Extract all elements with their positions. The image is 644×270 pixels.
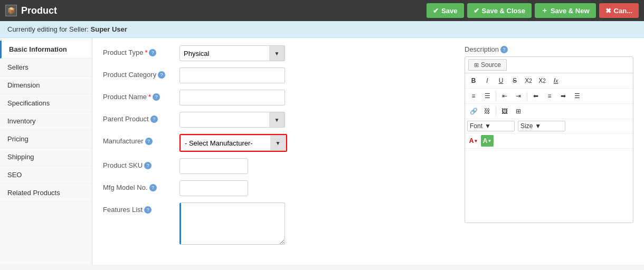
save-button[interactable]: ✔ Save xyxy=(427,3,463,18)
save-close-button[interactable]: ✔ Save & Close xyxy=(467,3,532,18)
save-new-button[interactable]: ＋ Save & New xyxy=(535,3,596,18)
italic-button[interactable]: I xyxy=(481,75,494,86)
cancel-icon: ✖ xyxy=(605,7,611,15)
subscript-button[interactable]: X2 xyxy=(522,75,535,86)
product-name-label: Product Name * ? xyxy=(103,90,179,101)
mfg-model-help-icon[interactable]: ? xyxy=(149,184,157,191)
unlink-button[interactable]: ⛓ xyxy=(481,105,494,117)
product-category-row: Product Category ? xyxy=(103,68,454,83)
parent-product-select[interactable] xyxy=(179,112,285,128)
seller-name: Super User xyxy=(91,25,127,33)
sidebar: Basic Information Sellers Dimension Spec… xyxy=(0,38,92,265)
mfg-model-label: Mfg Model No. ? xyxy=(103,180,179,191)
features-list-textarea[interactable] xyxy=(179,202,285,245)
product-name-input[interactable] xyxy=(179,90,285,105)
main-layout: Basic Information Sellers Dimension Spec… xyxy=(0,38,644,265)
features-list-row: Features List ? xyxy=(103,202,454,245)
rte-toolbar-row-4: Font ▼ Size ▼ xyxy=(465,119,633,133)
editing-banner: Currently editing for Seller: Super User xyxy=(0,21,644,38)
features-list-label: Features List ? xyxy=(103,202,179,214)
product-type-select-wrap: Physical Digital Virtual ▼ xyxy=(179,45,285,61)
clear-format-button[interactable]: Ix xyxy=(550,75,562,86)
align-left-button[interactable]: ⬅ xyxy=(529,90,542,102)
save-close-icon: ✔ xyxy=(473,7,479,15)
cancel-button[interactable]: ✖ Can... xyxy=(599,3,639,18)
strikethrough-button[interactable]: S xyxy=(508,75,521,86)
product-sku-label: Product SKU ? xyxy=(103,158,179,169)
product-type-label: Product Type * ? xyxy=(103,45,179,56)
form-left: Product Type * ? Physical Digital Virtua… xyxy=(103,45,454,251)
source-icon: ⊞ xyxy=(474,62,479,69)
product-category-help-icon[interactable]: ? xyxy=(158,71,165,79)
bg-color-button[interactable]: A▼ xyxy=(481,135,494,147)
image-button[interactable]: 🖼 xyxy=(498,105,511,117)
rich-text-editor: ⊞ Source B I U S X2 X2 Ix xyxy=(465,56,633,223)
parent-product-select-wrap: ▼ xyxy=(179,112,285,128)
rte-sep-3 xyxy=(496,107,496,116)
indent-increase-button[interactable]: ⇥ xyxy=(512,90,525,102)
page-title: Product xyxy=(21,5,57,16)
rte-tab-bar: ⊞ Source xyxy=(465,57,633,73)
align-right-button[interactable]: ➡ xyxy=(557,90,570,102)
ordered-list-button[interactable]: ≡ xyxy=(467,90,480,102)
rte-toolbar-row-3: 🔗 ⛓ 🖼 ⊞ xyxy=(465,104,633,119)
product-type-select[interactable]: Physical Digital Virtual xyxy=(179,45,285,61)
product-sku-row: Product SKU ? xyxy=(103,158,454,174)
table-button[interactable]: ⊞ xyxy=(512,105,525,117)
size-select[interactable]: Size ▼ xyxy=(518,121,565,131)
product-name-row: Product Name * ? xyxy=(103,90,454,105)
rte-toolbar-row-2: ≡ ☰ ⇤ ⇥ ⬅ ≡ ➡ ☰ xyxy=(465,89,633,104)
product-category-input[interactable] xyxy=(179,68,285,83)
sidebar-item-sellers[interactable]: Sellers xyxy=(0,59,92,76)
mfg-model-input[interactable] xyxy=(179,180,248,196)
rte-toolbar-row-1: B I U S X2 X2 Ix xyxy=(465,73,633,89)
header-buttons: ✔ Save ✔ Save & Close ＋ Save & New ✖ Can… xyxy=(427,3,639,18)
parent-product-label: Parent Product ? xyxy=(103,112,179,123)
manufacturer-help-icon[interactable]: ? xyxy=(145,138,153,145)
sidebar-item-dimension[interactable]: Dimension xyxy=(0,76,92,94)
manufacturer-select-wrap: - Select Manufacturer- ▼ xyxy=(181,135,286,151)
parent-product-row: Parent Product ? ▼ xyxy=(103,112,454,128)
header-title-group: 📦 Product xyxy=(5,5,57,16)
sidebar-item-pricing[interactable]: Pricing xyxy=(0,130,92,148)
manufacturer-select[interactable]: - Select Manufacturer- xyxy=(181,135,286,151)
manufacturer-highlight-border: - Select Manufacturer- ▼ xyxy=(179,134,287,152)
sidebar-item-shipping[interactable]: Shipping xyxy=(0,148,92,166)
manufacturer-row: Manufacturer ? - Select Manufacturer- ▼ xyxy=(103,134,454,152)
sidebar-item-seo[interactable]: SEO xyxy=(0,166,92,184)
sidebar-item-specifications[interactable]: Specifications xyxy=(0,94,92,112)
description-label: Description ? xyxy=(465,45,633,53)
features-list-help-icon[interactable]: ? xyxy=(144,206,151,214)
description-help-icon[interactable]: ? xyxy=(500,46,508,53)
mfg-model-row: Mfg Model No. ? xyxy=(103,180,454,196)
product-sku-input[interactable] xyxy=(179,158,248,174)
form-right: Description ? ⊞ Source B I xyxy=(465,45,633,251)
font-select[interactable]: Font ▼ xyxy=(467,121,515,131)
rte-sep-2 xyxy=(527,91,527,101)
align-center-button[interactable]: ≡ xyxy=(543,90,556,102)
text-color-button[interactable]: A▼ xyxy=(467,135,480,147)
product-name-help-icon[interactable]: ? xyxy=(153,93,160,101)
parent-product-help-icon[interactable]: ? xyxy=(150,115,158,123)
underline-button[interactable]: U xyxy=(495,75,507,86)
sidebar-item-basic-information[interactable]: Basic Information xyxy=(0,41,92,59)
rte-sep-1 xyxy=(496,91,496,101)
bold-button[interactable]: B xyxy=(467,75,480,86)
sidebar-item-inventory[interactable]: Inventory xyxy=(0,112,92,130)
main-content: Product Type * ? Physical Digital Virtua… xyxy=(92,38,644,265)
superscript-button[interactable]: X2 xyxy=(536,75,548,86)
sidebar-item-related-products[interactable]: Related Products xyxy=(0,184,92,202)
required-star: * xyxy=(145,49,147,56)
manufacturer-label: Manufacturer ? xyxy=(103,134,179,145)
unordered-list-button[interactable]: ☰ xyxy=(481,90,494,102)
link-button[interactable]: 🔗 xyxy=(467,105,480,117)
product-icon: 📦 xyxy=(5,5,17,16)
rte-source-tab[interactable]: ⊞ Source xyxy=(468,59,507,71)
rte-body[interactable] xyxy=(465,149,633,223)
product-sku-help-icon[interactable]: ? xyxy=(144,162,151,169)
product-name-required-star: * xyxy=(148,93,151,101)
indent-decrease-button[interactable]: ⇤ xyxy=(498,90,511,102)
product-type-help-icon[interactable]: ? xyxy=(149,49,156,56)
product-type-row: Product Type * ? Physical Digital Virtua… xyxy=(103,45,454,61)
align-justify-button[interactable]: ☰ xyxy=(571,90,583,102)
